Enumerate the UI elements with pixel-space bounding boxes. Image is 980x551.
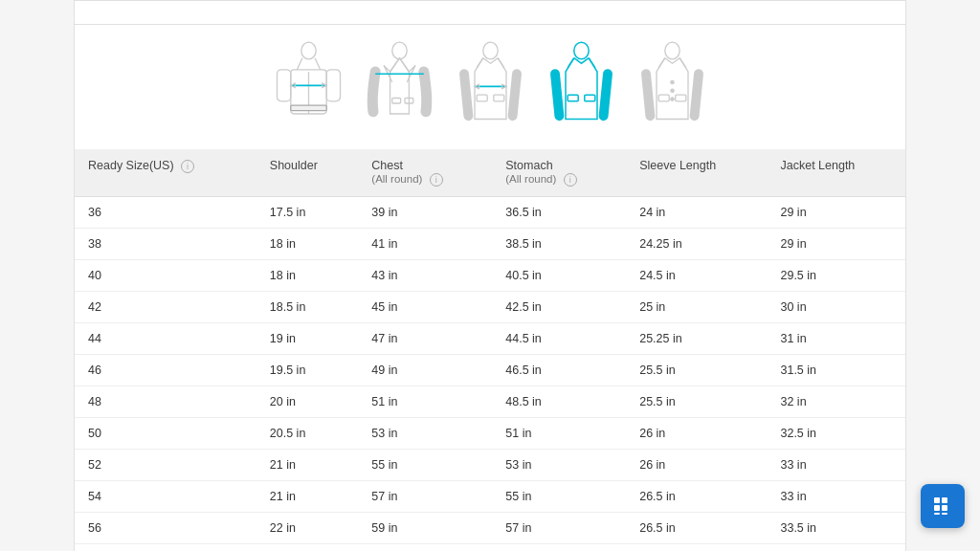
- svg-rect-16: [477, 95, 487, 101]
- svg-point-27: [670, 80, 673, 83]
- table-cell: 26 in: [626, 417, 767, 449]
- table-cell: 24.5 in: [626, 259, 767, 291]
- table-row: 5822.5 in61 in59 in26.5 in34 in: [75, 543, 905, 551]
- chest-info-icon[interactable]: i: [430, 173, 443, 187]
- table-cell: 54: [75, 480, 256, 512]
- table-cell: 25.5 in: [626, 354, 767, 386]
- svg-rect-22: [568, 95, 578, 101]
- svg-rect-32: [934, 505, 940, 511]
- table-header: Ready Size(US) i Shoulder Chest(All roun…: [75, 149, 905, 196]
- table-cell: 18 in: [256, 259, 359, 291]
- table-row: 5020.5 in53 in51 in26 in32.5 in: [75, 417, 905, 449]
- svg-rect-12: [391, 99, 400, 104]
- table-cell: 29 in: [767, 196, 905, 228]
- svg-point-29: [670, 98, 673, 100]
- table-cell: 41 in: [358, 228, 492, 259]
- table-cell: 26.5 in: [626, 543, 767, 551]
- table-row: 5221 in55 in53 in26 in33 in: [75, 449, 905, 480]
- table-cell: 40: [75, 259, 256, 291]
- table-cell: 20 in: [256, 386, 359, 417]
- table-cell: 55 in: [358, 449, 492, 480]
- table-cell: 53 in: [358, 417, 492, 449]
- table-cell: 29.5 in: [767, 259, 905, 291]
- shirt-illustration: [268, 40, 349, 145]
- svg-rect-26: [675, 95, 685, 101]
- col-sleeve-length: Sleeve Length: [626, 149, 767, 196]
- table-cell: 57 in: [358, 480, 492, 512]
- illustrations-row: [75, 25, 905, 149]
- table-cell: 21 in: [256, 480, 359, 512]
- svg-point-0: [301, 42, 315, 59]
- table-cell: 36: [75, 196, 256, 228]
- table-cell: 26.5 in: [626, 512, 767, 543]
- table-cell: 25.25 in: [626, 322, 767, 354]
- table-cell: 51 in: [492, 417, 626, 449]
- jacket-front-illustration: [450, 40, 531, 145]
- table-cell: 24 in: [626, 196, 767, 228]
- table-cell: 53 in: [492, 449, 626, 480]
- table-cell: 29 in: [767, 228, 905, 259]
- table-cell: 52: [75, 449, 256, 480]
- table-cell: 44: [75, 322, 256, 354]
- jacket-open-illustration: [359, 40, 440, 145]
- svg-rect-35: [942, 513, 947, 515]
- col-ready-size: Ready Size(US) i: [75, 149, 256, 196]
- table-cell: 30 in: [767, 291, 905, 322]
- stomach-info-icon[interactable]: i: [564, 173, 577, 187]
- table-row: 4820 in51 in48.5 in25.5 in32 in: [75, 386, 905, 417]
- table-cell: 24.25 in: [626, 228, 767, 259]
- col-stomach: Stomach(All round) i: [492, 149, 626, 196]
- table-cell: 42.5 in: [492, 291, 626, 322]
- size-table: Ready Size(US) i Shoulder Chest(All roun…: [75, 149, 905, 551]
- svg-marker-20: [501, 84, 505, 88]
- table-cell: 57 in: [492, 512, 626, 543]
- table-cell: 38.5 in: [492, 228, 626, 259]
- table-cell: 22.5 in: [256, 543, 359, 551]
- table-cell: 26.5 in: [626, 480, 767, 512]
- svg-point-11: [391, 42, 406, 59]
- table-cell: 25 in: [626, 291, 767, 322]
- table-cell: 50: [75, 417, 256, 449]
- tabs-bar: [75, 1, 905, 25]
- table-cell: 31.5 in: [767, 354, 905, 386]
- table-cell: 33.5 in: [767, 512, 905, 543]
- table-cell: 33 in: [767, 480, 905, 512]
- table-row: 5421 in57 in55 in26.5 in33 in: [75, 480, 905, 512]
- table-cell: 61 in: [358, 543, 492, 551]
- table-cell: 46.5 in: [492, 354, 626, 386]
- svg-point-28: [670, 89, 673, 92]
- main-container: Ready Size(US) i Shoulder Chest(All roun…: [74, 0, 906, 551]
- table-cell: 32 in: [767, 386, 905, 417]
- table-row: 5622 in59 in57 in26.5 in33.5 in: [75, 512, 905, 543]
- svg-point-24: [664, 42, 679, 59]
- chat-grid-icon: [932, 496, 953, 517]
- table-cell: 45 in: [358, 291, 492, 322]
- svg-rect-30: [934, 497, 940, 503]
- svg-rect-31: [942, 497, 947, 503]
- table-cell: 20.5 in: [256, 417, 359, 449]
- table-cell: 43 in: [358, 259, 492, 291]
- table-cell: 55 in: [492, 480, 626, 512]
- chat-button[interactable]: [921, 484, 965, 528]
- table-row: 3617.5 in39 in36.5 in24 in29 in: [75, 196, 905, 228]
- table-cell: 51 in: [358, 386, 492, 417]
- table-cell: 46: [75, 354, 256, 386]
- table-row: 3818 in41 in38.5 in24.25 in29 in: [75, 228, 905, 259]
- svg-rect-33: [942, 505, 947, 511]
- table-cell: 19.5 in: [256, 354, 359, 386]
- table-cell: 42: [75, 291, 256, 322]
- table-cell: 21 in: [256, 449, 359, 480]
- table-cell: 47 in: [358, 322, 492, 354]
- col-jacket-length: Jacket Length: [767, 149, 905, 196]
- table-cell: 49 in: [358, 354, 492, 386]
- table-cell: 56: [75, 512, 256, 543]
- jacket-teal-illustration: [541, 40, 622, 145]
- table-cell: 19 in: [256, 322, 359, 354]
- table-cell: 26 in: [626, 449, 767, 480]
- table-cell: 48: [75, 386, 256, 417]
- table-cell: 34 in: [767, 543, 905, 551]
- svg-rect-5: [290, 105, 325, 111]
- table-row: 4018 in43 in40.5 in24.5 in29.5 in: [75, 259, 905, 291]
- ready-size-info-icon[interactable]: i: [181, 160, 194, 173]
- table-cell: 32.5 in: [767, 417, 905, 449]
